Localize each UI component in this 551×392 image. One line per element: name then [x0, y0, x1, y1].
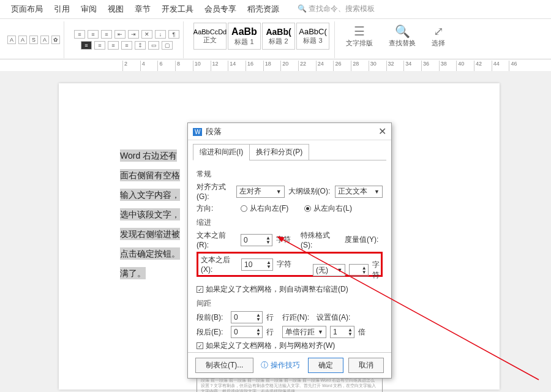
- strike-btn[interactable]: S: [29, 36, 38, 44]
- indent-btn[interactable]: ⇤: [114, 30, 126, 39]
- font-color-btn[interactable]: A: [18, 36, 27, 44]
- align-combo[interactable]: 左对齐▼: [236, 186, 284, 198]
- font-color-btn[interactable]: A: [7, 36, 16, 44]
- tabstops-button[interactable]: 制表位(T)...: [195, 358, 253, 373]
- menu-item[interactable]: 审阅: [81, 4, 97, 15]
- linespacing-combo[interactable]: 单倍行距▼: [282, 326, 326, 338]
- align-right-btn[interactable]: ≡: [108, 41, 119, 50]
- menu-item[interactable]: 视图: [108, 4, 124, 15]
- unit-label: 行: [266, 327, 274, 337]
- document-text[interactable]: Word 右边还有: [120, 149, 177, 162]
- document-text[interactable]: 发现右侧缩进被: [120, 228, 180, 240]
- section-indent: 缩进: [197, 217, 383, 228]
- indent-btn[interactable]: ⇥: [128, 30, 139, 39]
- style-tile[interactable]: AaBb标题 1: [228, 23, 261, 50]
- misc-btn[interactable]: ✿: [51, 36, 60, 44]
- select-btn[interactable]: ⤢选择: [427, 21, 450, 50]
- indent-after-label: 文本之后(X):: [201, 255, 238, 274]
- misc-btn[interactable]: ✕: [141, 30, 152, 39]
- direction-label: 方向:: [197, 203, 237, 214]
- text-layout-icon: ☰: [354, 24, 365, 39]
- menu-item[interactable]: 会员专享: [204, 4, 236, 15]
- measure-label: 度量值(Y):: [345, 235, 381, 245]
- list-btn[interactable]: ≡: [74, 30, 85, 39]
- special-label: 特殊格式(S):: [301, 230, 341, 249]
- menu-item[interactable]: 页面布局: [11, 4, 43, 15]
- style-tile[interactable]: AaBbC(标题 3: [296, 23, 329, 50]
- style-tile[interactable]: AaBb(标题 2: [262, 23, 295, 50]
- text-layout-btn[interactable]: ☰文字排版: [341, 21, 378, 50]
- menu-bar: 页面布局 引用 审阅 视图 章节 开发工具 会员专享 稻壳资源 🔍 查找命令、搜…: [0, 0, 551, 19]
- menu-item[interactable]: 稻壳资源: [247, 4, 279, 15]
- unit-label: 字符: [372, 260, 383, 281]
- align-left-btn[interactable]: ≡: [81, 41, 92, 50]
- tab-line-page-breaks[interactable]: 换行和分页(P): [249, 144, 309, 160]
- auto-indent-check[interactable]: ✓如果定义了文档网格，则自动调整右缩进(D): [197, 284, 383, 295]
- unit-label: 行: [266, 312, 274, 323]
- search-placeholder[interactable]: 🔍 查找命令、搜索模板: [298, 4, 375, 15]
- cursor-icon: ⤢: [433, 24, 444, 39]
- space-after-spin[interactable]: 0▲▼: [231, 326, 263, 338]
- font-group: A A S A ✿: [4, 21, 64, 58]
- menu-item[interactable]: 引用: [54, 4, 70, 15]
- unit-label: 字符: [277, 259, 291, 270]
- linespacing-label: 行距(N):: [282, 312, 313, 323]
- dir-rtl-radio[interactable]: 从右向左(F): [241, 203, 288, 214]
- list-btn[interactable]: ≡: [88, 30, 99, 39]
- space-after-label: 段后(E):: [197, 327, 227, 337]
- list-btn[interactable]: ≡: [101, 30, 112, 39]
- menu-item[interactable]: 章节: [135, 4, 151, 15]
- chevron-down-icon: ▼: [276, 189, 282, 195]
- indent-after-spin[interactable]: 10▲▼: [241, 258, 273, 271]
- document-text[interactable]: 满了。: [120, 267, 146, 279]
- unit-label: 字符: [276, 235, 291, 245]
- space-before-spin[interactable]: 0▲▼: [231, 311, 263, 323]
- sort-btn[interactable]: ↓: [155, 30, 166, 39]
- align-label: 对齐方式(G):: [197, 182, 233, 201]
- section-spacing: 间距: [197, 298, 383, 309]
- style-tile[interactable]: AaBbCcDd正文: [193, 23, 227, 50]
- border-btn[interactable]: ▢: [162, 41, 173, 50]
- align-center-btn[interactable]: ≡: [94, 41, 105, 50]
- space-before-label: 段前(B):: [197, 312, 227, 323]
- chevron-down-icon: ▼: [374, 189, 380, 195]
- cancel-button[interactable]: 取消: [348, 358, 384, 373]
- ok-button[interactable]: 确定: [308, 358, 343, 373]
- ribbon: A A S A ✿ ≡ ≡ ≡ ⇤ ⇥ ✕ ↓ ¶ ≡ ≡ ≡ ≡ ‡ ▭ ▢ …: [0, 19, 551, 59]
- paragraph-group: ≡ ≡ ≡ ⇤ ⇥ ✕ ↓ ¶ ≡ ≡ ≡ ≡ ‡ ▭ ▢: [70, 21, 184, 58]
- menu-item[interactable]: 开发工具: [162, 4, 193, 15]
- outline-combo[interactable]: 正文文本▼: [335, 186, 383, 198]
- ruler[interactable]: 2468101214161820222426283032343638404244…: [0, 61, 551, 72]
- tab-indent-spacing[interactable]: 缩进和间距(I): [193, 144, 250, 160]
- chevron-down-icon: ▼: [318, 329, 323, 335]
- chevron-down-icon: ▼: [337, 267, 343, 273]
- document-text[interactable]: 点击确定按钮。: [120, 247, 180, 260]
- tips-link[interactable]: ⓘ 操作技巧: [261, 360, 299, 371]
- special-combo[interactable]: (无)▼: [313, 264, 345, 276]
- paragraph-dialog: W段落 ✕ 缩进和间距(I) 换行和分页(P) 常规 对齐方式(G): 左对齐▼…: [187, 123, 392, 379]
- indent-before-spin[interactable]: 0▲▼: [241, 234, 272, 246]
- measure-spin[interactable]: ▲▼: [349, 264, 368, 276]
- document-text[interactable]: 选中该段文字，: [120, 208, 180, 221]
- outline-label: 大纲级别(O):: [288, 186, 331, 197]
- pilcrow-btn[interactable]: ¶: [168, 30, 179, 39]
- shading-btn[interactable]: ▭: [148, 41, 159, 50]
- document-text[interactable]: 面右侧留有空格: [120, 169, 180, 181]
- find-replace-btn[interactable]: 🔍查找替换: [384, 21, 421, 50]
- dialog-titlebar[interactable]: W段落 ✕: [188, 123, 391, 140]
- line-spacing-btn[interactable]: ‡: [135, 41, 146, 50]
- close-button[interactable]: ✕: [378, 126, 386, 137]
- dialog-title: 段落: [206, 127, 222, 136]
- section-general: 常规: [197, 169, 383, 179]
- grid-align-check[interactable]: ✓如果定义了文档网格，则与网格对齐(W): [197, 341, 383, 351]
- dir-ltr-radio[interactable]: 从左向右(L): [304, 203, 352, 214]
- indent-before-label: 文本之前(R):: [197, 230, 237, 249]
- search-icon: 🔍: [395, 24, 410, 39]
- align-justify-btn[interactable]: ≡: [121, 41, 132, 50]
- setvalue-spin[interactable]: 1▲▼: [330, 326, 354, 338]
- document-text[interactable]: 输入文字内容，: [120, 189, 180, 201]
- unit-label: 倍: [358, 327, 365, 337]
- app-icon: W: [193, 128, 202, 136]
- sub-btn[interactable]: A: [40, 36, 49, 44]
- styles-group: AaBbCcDd正文 AaBb标题 1 AaBb(标题 2 AaBbC(标题 3: [190, 21, 335, 58]
